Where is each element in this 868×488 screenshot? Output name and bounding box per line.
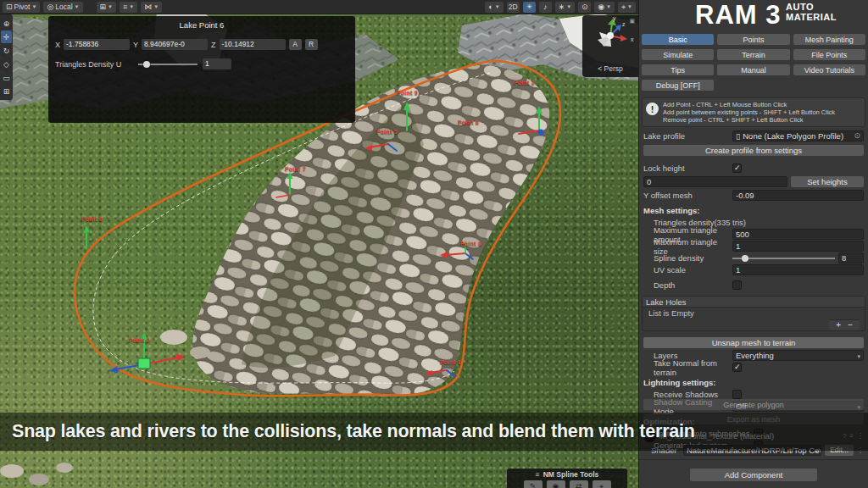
generate-polygon-button[interactable]: Generate polygon — [643, 399, 864, 410]
layers-dropdown[interactable]: Everything — [732, 350, 864, 361]
spline-density-field[interactable]: 8 — [838, 252, 864, 263]
spline-tool-button-1[interactable]: ✎ — [524, 480, 542, 488]
handle-rotation-button[interactable]: ◎ Local ▼ — [43, 2, 82, 13]
lock-height-checkbox[interactable] — [732, 164, 742, 173]
chevron-down-icon: ▼ — [108, 4, 113, 9]
tab-video-tutorials[interactable]: Video Tutorials — [793, 64, 865, 75]
point-label[interactable]: Point 6 — [81, 216, 103, 222]
add-component-button[interactable]: Add Component — [690, 469, 817, 481]
depth-checkbox[interactable] — [732, 280, 742, 290]
tab-simulate[interactable]: Simulate — [642, 49, 714, 60]
gizmos-button[interactable]: ⌖▼ — [618, 2, 636, 13]
tool-strip: ⊕ ✛ ↻ ◇ ▭ ⊞ — [0, 14, 13, 100]
x-value-field[interactable]: -1.758836 — [64, 39, 130, 50]
chevron-down-icon: ▼ — [606, 4, 611, 9]
scene-lighting-button[interactable]: ☀ — [523, 2, 536, 13]
lighting-settings-header: Lightning settings: — [639, 378, 868, 388]
point-label[interactable]: Point 3 — [460, 241, 481, 247]
remove-hole-button[interactable]: − — [848, 321, 853, 330]
spline-tool-button-4[interactable]: ⌖ — [593, 480, 611, 488]
receive-shadows-checkbox[interactable] — [732, 390, 742, 399]
chevron-down-icon: ▼ — [566, 4, 571, 9]
point-label[interactable]: Point 9 — [397, 90, 418, 96]
lightbulb-icon: ☀ — [526, 3, 532, 11]
triangles-density-value[interactable]: 1 — [203, 58, 231, 69]
chevron-down-icon: ▼ — [495, 4, 500, 9]
z-axis-label: Z — [211, 41, 216, 49]
svg-text:z: z — [622, 21, 626, 27]
svg-text:x: x — [631, 36, 634, 42]
logo-sub-bottom: MATERIAL — [786, 12, 837, 22]
tab-points[interactable]: Points — [717, 34, 789, 45]
point-label[interactable]: Point 0 — [129, 337, 150, 343]
screenshot-root: Point 2 Point 9 Point 8 Point 5 Point 7 … — [0, 0, 868, 488]
take-normal-checkbox[interactable] — [732, 363, 742, 372]
spline-draw-icon: ✎ — [530, 482, 537, 488]
divider — [639, 459, 868, 460]
uv-scale-field[interactable]: 1 — [732, 264, 864, 275]
audio-icon: ♪ — [543, 3, 548, 11]
rotate-tool-button[interactable]: ↻ — [1, 44, 12, 57]
tab-manual[interactable]: Manual — [717, 64, 789, 75]
max-triangle-amount-field[interactable]: 500 — [732, 229, 864, 240]
2d-toggle-button[interactable]: 2D — [507, 2, 520, 13]
effects-button[interactable]: ∗▼ — [555, 2, 576, 13]
add-hole-button[interactable]: + — [836, 321, 841, 330]
shading-mode-button[interactable]: ◐▼ — [485, 2, 503, 13]
spline-density-label: Spline density — [643, 253, 732, 263]
y-value-field[interactable]: 8.940697e-0 — [142, 39, 208, 50]
point-label[interactable]: Point 2 — [514, 80, 535, 86]
view-tool-button[interactable]: ⊕ — [1, 17, 12, 30]
pivot-mode-button[interactable]: ⊡ Pivot ▼ — [3, 2, 40, 13]
unsnap-mesh-button[interactable]: Unsnap mesh to terrain — [643, 337, 864, 348]
spline-tool-button-3[interactable]: ⇄ — [570, 480, 588, 488]
transform-tool-button[interactable]: ⊞ — [1, 85, 12, 97]
lake-profile-object-field[interactable]: ▯ None (Lake Polygon Profile) ⊙ — [732, 130, 864, 141]
help-line: Add Point - CTRL + Left Mouse Button Cli… — [663, 101, 835, 108]
z-value-field[interactable]: -10.14912 — [220, 39, 286, 50]
chevron-down-icon: ▼ — [129, 4, 134, 9]
set-heights-button[interactable]: Set heights — [791, 176, 864, 187]
rect-tool-button[interactable]: ▭ — [1, 71, 12, 84]
height-field[interactable]: 0 — [643, 176, 787, 187]
point-label[interactable]: Point 7 — [285, 166, 306, 172]
grid-snap-button[interactable]: ⊞▼ — [97, 2, 117, 13]
grid-snap-icon: ⊞ — [100, 3, 107, 11]
scene-visibility-button[interactable]: ⊙ — [578, 2, 591, 13]
lake-holes-header[interactable]: Lake Holes — [643, 297, 865, 308]
move-tool-button[interactable]: ✛ — [1, 30, 12, 43]
tab-debug[interactable]: Debug [OFF] — [642, 80, 714, 91]
spline-density-slider[interactable] — [732, 252, 835, 263]
nm-spline-tools-title: NM Spline Tools — [543, 470, 598, 479]
x-axis-label: X — [55, 41, 60, 49]
tab-terrain[interactable]: Terrain — [717, 49, 789, 60]
tab-mesh-painting[interactable]: Mesh Painting — [793, 34, 865, 45]
spline-flow-icon: ⇄ — [576, 482, 582, 488]
lake-point-panel: Lake Point 6 X -1.758836 Y 8.940697e-0 Z… — [48, 16, 355, 123]
logo-title: RAM 3 — [695, 0, 781, 30]
object-picker-icon[interactable]: ⊙ — [854, 131, 860, 141]
scene-audio-button[interactable]: ♪ — [539, 2, 552, 13]
perspective-label[interactable]: < Persp — [582, 64, 638, 73]
spline-anchor-icon: ⌖ — [599, 482, 604, 488]
pebbles — [0, 330, 210, 485]
spline-tool-button-2[interactable]: ◉ — [547, 480, 565, 488]
tab-basic[interactable]: Basic — [642, 34, 714, 45]
scale-tool-button[interactable]: ◇ — [1, 58, 12, 70]
relative-button[interactable]: R — [305, 39, 318, 50]
panel-menu-icon[interactable]: ≡ — [536, 470, 540, 479]
magnet-snap-button[interactable]: ⋈▼ — [141, 2, 162, 13]
max-triangle-size-field[interactable]: 1 — [732, 241, 864, 252]
point-label[interactable]: Point 8 — [458, 119, 479, 125]
point-label[interactable]: Point 5 — [376, 129, 398, 135]
tab-tips[interactable]: Tips — [642, 64, 714, 75]
camera-settings-button[interactable]: ◉▼ — [594, 2, 615, 13]
y-offset-field[interactable]: -0.09 — [732, 190, 864, 201]
tab-file-points[interactable]: File Points — [793, 49, 865, 60]
absolute-button[interactable]: A — [289, 39, 302, 50]
increment-snap-button[interactable]: ≡▼ — [120, 2, 137, 13]
create-profile-button[interactable]: Create profile from settings — [643, 145, 864, 156]
point-label[interactable]: Point 1 — [440, 359, 461, 365]
lock-icon[interactable]: ▣ — [629, 18, 635, 25]
triangles-density-slider[interactable] — [138, 58, 198, 69]
